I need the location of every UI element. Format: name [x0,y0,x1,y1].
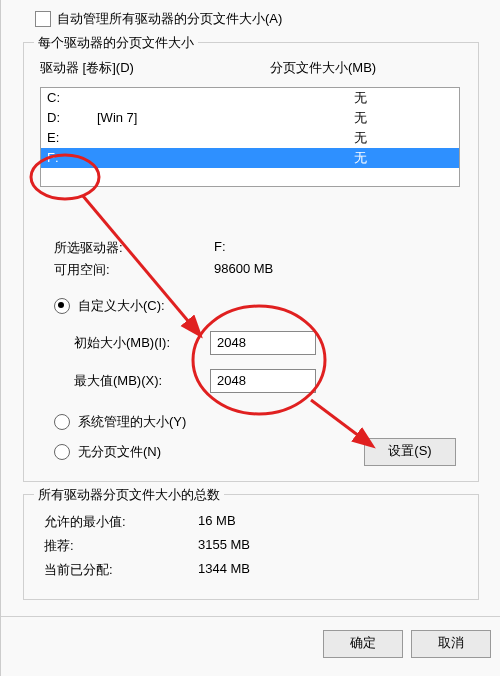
per-drive-group-title: 每个驱动器的分页文件大小 [34,34,198,52]
drive-list-row[interactable]: C: 无 [41,88,459,108]
initial-size-row: 初始大小(MB)(I): 2048 [74,331,316,355]
totals-group: 所有驱动器分页文件大小的总数 允许的最小值: 16 MB 推荐: 3155 MB… [23,494,479,600]
drive-letter: C: [47,88,97,108]
drive-list-header-paging: 分页文件大小(MB) [270,59,462,77]
virtual-memory-dialog: 自动管理所有驱动器的分页文件大小(A) 每个驱动器的分页文件大小 驱动器 [卷标… [0,0,500,676]
drive-list[interactable]: C: 无 D: [Win 7] 无 E: 无 F: 无 [40,87,460,187]
ok-button[interactable]: 确定 [323,630,403,658]
drive-label [97,88,267,108]
total-cur-label: 当前已分配: [44,561,198,579]
initial-size-label: 初始大小(MB)(I): [74,334,210,352]
total-cur-line: 当前已分配: 1344 MB [44,561,250,579]
total-min-line: 允许的最小值: 16 MB [44,513,236,531]
drive-paging: 无 [267,108,453,128]
custom-size-label: 自定义大小(C): [78,297,165,315]
no-paging-radio[interactable] [54,444,70,460]
drive-list-row[interactable]: D: [Win 7] 无 [41,108,459,128]
drive-label [97,128,267,148]
selected-drive-value: F: [214,239,226,257]
auto-manage-checkbox-row[interactable]: 自动管理所有驱动器的分页文件大小(A) [35,10,282,28]
drive-letter: F: [47,148,97,168]
drive-list-header-drive: 驱动器 [卷标](D) [40,59,270,77]
drive-label [97,148,267,168]
auto-manage-checkbox[interactable] [35,11,51,27]
drive-label: [Win 7] [97,108,267,128]
totals-group-title: 所有驱动器分页文件大小的总数 [34,486,224,504]
total-rec-label: 推荐: [44,537,198,555]
no-paging-radio-row[interactable]: 无分页文件(N) [54,443,161,461]
free-space-value: 98600 MB [214,261,273,279]
total-min-label: 允许的最小值: [44,513,198,531]
total-rec-line: 推荐: 3155 MB [44,537,250,555]
drive-list-header: 驱动器 [卷标](D) 分页文件大小(MB) [40,59,462,77]
max-size-input[interactable]: 2048 [210,369,316,393]
system-managed-radio[interactable] [54,414,70,430]
per-drive-group: 每个驱动器的分页文件大小 驱动器 [卷标](D) 分页文件大小(MB) C: 无… [23,42,479,482]
drive-letter: E: [47,128,97,148]
auto-manage-label: 自动管理所有驱动器的分页文件大小(A) [57,10,282,28]
drive-paging: 无 [267,88,453,108]
system-managed-label: 系统管理的大小(Y) [78,413,186,431]
free-space-line: 可用空间: 98600 MB [54,261,273,279]
max-size-label: 最大值(MB)(X): [74,372,210,390]
selected-drive-line: 所选驱动器: F: [54,239,226,257]
free-space-label: 可用空间: [54,261,214,279]
custom-size-radio-row[interactable]: 自定义大小(C): [54,297,165,315]
selected-drive-label: 所选驱动器: [54,239,214,257]
no-paging-label: 无分页文件(N) [78,443,161,461]
drive-letter: D: [47,108,97,128]
cancel-button[interactable]: 取消 [411,630,491,658]
initial-size-input[interactable]: 2048 [210,331,316,355]
drive-list-row-selected[interactable]: F: 无 [41,148,459,168]
drive-paging: 无 [267,128,453,148]
bottom-divider [1,616,500,617]
system-managed-radio-row[interactable]: 系统管理的大小(Y) [54,413,186,431]
max-size-row: 最大值(MB)(X): 2048 [74,369,316,393]
total-cur-value: 1344 MB [198,561,250,579]
drive-list-row[interactable]: E: 无 [41,128,459,148]
set-button[interactable]: 设置(S) [364,438,456,466]
total-min-value: 16 MB [198,513,236,531]
total-rec-value: 3155 MB [198,537,250,555]
custom-size-radio[interactable] [54,298,70,314]
drive-paging: 无 [267,148,453,168]
